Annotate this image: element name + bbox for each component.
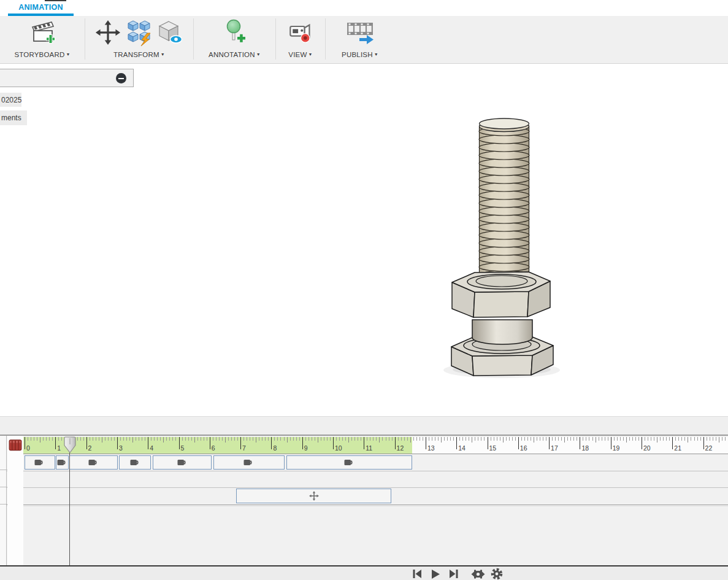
ruler-tick-label: 20 bbox=[643, 444, 651, 452]
play-button[interactable] bbox=[428, 568, 443, 580]
ruler-minor-tick bbox=[651, 437, 651, 441]
ruler-minor-tick bbox=[494, 437, 494, 441]
ruler-tick-label: 5 bbox=[181, 444, 185, 452]
ruler-minor-tick bbox=[592, 437, 593, 441]
camera-track-clip[interactable] bbox=[286, 455, 412, 470]
ruler-minor-tick bbox=[527, 437, 528, 441]
browser-item-document[interactable]: 02025 bbox=[0, 93, 21, 107]
ruler-minor-tick bbox=[327, 437, 328, 441]
toolbar-group-storyboard[interactable]: STORYBOARD▼ bbox=[0, 16, 85, 63]
ruler-minor-tick bbox=[172, 437, 173, 441]
callout-pin-add-icon[interactable] bbox=[221, 18, 248, 49]
cube-visibility-icon[interactable] bbox=[156, 18, 184, 49]
browser-item-components[interactable]: ments bbox=[0, 110, 27, 125]
camera-track-clip[interactable] bbox=[25, 455, 55, 470]
ruler-major-tick bbox=[240, 437, 241, 449]
ruler-minor-tick bbox=[145, 437, 145, 441]
ruler-minor-tick bbox=[58, 437, 59, 441]
ruler-minor-tick bbox=[40, 437, 40, 443]
ruler-minor-tick bbox=[188, 437, 189, 441]
ruler-minor-tick bbox=[645, 437, 645, 441]
settings-button[interactable] bbox=[489, 568, 504, 580]
fit-timeline-button[interactable] bbox=[470, 568, 486, 580]
ruler-minor-tick bbox=[469, 437, 469, 441]
ruler-minor-tick bbox=[280, 437, 281, 441]
go-to-end-button[interactable] bbox=[446, 568, 461, 580]
toolbar-group-view[interactable]: VIEW▼ bbox=[276, 16, 325, 63]
ruler-minor-tick bbox=[423, 437, 423, 441]
ruler-minor-tick bbox=[139, 437, 139, 441]
ruler-minor-tick bbox=[207, 437, 207, 441]
ruler-tick-label: 14 bbox=[458, 444, 466, 452]
timeline-ruler[interactable]: 012345678910111213141516171819202122 bbox=[23, 437, 728, 454]
annotation-menu-label[interactable]: ANNOTATION▼ bbox=[209, 51, 261, 58]
toolbar-group-annotation[interactable]: ANNOTATION▼ bbox=[194, 16, 275, 63]
transform-track-clip[interactable] bbox=[236, 489, 391, 503]
components-flash-icon[interactable] bbox=[125, 18, 153, 49]
playhead-marker[interactable] bbox=[64, 436, 76, 454]
camera-track-clip[interactable] bbox=[56, 455, 69, 470]
ruler-major-tick bbox=[549, 437, 550, 449]
ruler-minor-tick bbox=[358, 437, 358, 441]
ruler-minor-tick bbox=[354, 437, 355, 441]
ruler-minor-tick bbox=[163, 437, 164, 443]
chevron-down-icon: ▼ bbox=[308, 52, 313, 56]
transform-menu-label[interactable]: TRANSFORM▼ bbox=[113, 51, 165, 58]
ruler-minor-tick bbox=[429, 437, 429, 441]
ruler-tick-label: 3 bbox=[119, 444, 123, 452]
ruler-minor-tick bbox=[376, 437, 377, 441]
ruler-tick-label: 4 bbox=[150, 444, 153, 452]
ruler-minor-tick bbox=[108, 437, 109, 441]
ruler-minor-tick bbox=[277, 437, 278, 441]
ruler-minor-tick bbox=[324, 437, 324, 441]
ruler-minor-tick bbox=[660, 437, 661, 441]
view-menu-label[interactable]: VIEW▼ bbox=[288, 51, 312, 58]
ruler-minor-tick bbox=[564, 437, 565, 443]
ruler-minor-tick bbox=[102, 437, 102, 443]
ruler-minor-tick bbox=[166, 437, 167, 441]
camera-track-clip[interactable] bbox=[119, 455, 151, 470]
ruler-minor-tick bbox=[447, 437, 448, 441]
ruler-minor-tick bbox=[596, 437, 596, 443]
toolbar-group-transform[interactable]: TRANSFORM▼ bbox=[85, 16, 193, 63]
toolbar-group-publish[interactable]: PUBLISH▼ bbox=[326, 16, 394, 63]
ruler-minor-tick bbox=[404, 437, 405, 441]
ruler-minor-tick bbox=[725, 437, 726, 441]
tab-animation[interactable]: ANIMATION bbox=[8, 0, 74, 16]
camera-track-clip[interactable] bbox=[153, 455, 212, 470]
browser-header-bar[interactable] bbox=[0, 69, 134, 87]
move-arrows-icon[interactable] bbox=[94, 19, 121, 48]
camera-track-clip[interactable] bbox=[69, 455, 118, 470]
camera-track-clip[interactable] bbox=[213, 455, 285, 470]
ruler-minor-tick bbox=[262, 437, 262, 441]
film-export-icon[interactable] bbox=[343, 18, 377, 49]
ruler-tick-label: 1 bbox=[57, 444, 61, 452]
ruler-minor-tick bbox=[491, 437, 491, 441]
publish-menu-label[interactable]: PUBLISH▼ bbox=[342, 51, 378, 58]
ruler-minor-tick bbox=[234, 437, 235, 441]
ruler-minor-tick bbox=[524, 437, 525, 441]
ruler-minor-tick bbox=[681, 437, 682, 441]
collapse-minus-icon[interactable] bbox=[116, 73, 126, 83]
ruler-minor-tick bbox=[570, 437, 571, 441]
go-to-start-button[interactable] bbox=[410, 568, 424, 580]
active-range-highlight bbox=[23, 437, 412, 454]
ruler-tick-label: 19 bbox=[613, 444, 620, 452]
camera-record-icon[interactable] bbox=[288, 20, 313, 47]
ruler-major-tick bbox=[179, 437, 180, 449]
ruler-minor-tick bbox=[321, 437, 321, 441]
ruler-minor-tick bbox=[132, 437, 133, 443]
ruler-minor-tick bbox=[691, 437, 691, 441]
clapperboard-add-icon[interactable] bbox=[28, 18, 56, 49]
ruler-minor-tick bbox=[534, 437, 534, 443]
storyboard-menu-label[interactable]: STORYBOARD▼ bbox=[14, 51, 70, 58]
ruler-minor-tick bbox=[626, 437, 627, 443]
fusion-animation-workspace: ANIMATION bbox=[0, 0, 728, 580]
ruler-minor-tick bbox=[410, 437, 411, 443]
ruler-minor-tick bbox=[126, 437, 127, 441]
storyboard-curtain-icon[interactable] bbox=[9, 438, 22, 452]
viewport-bolt-model[interactable] bbox=[423, 101, 583, 384]
camera-clip-icon bbox=[243, 458, 254, 466]
ruler-minor-tick bbox=[586, 437, 586, 441]
ruler-minor-tick bbox=[407, 437, 408, 441]
